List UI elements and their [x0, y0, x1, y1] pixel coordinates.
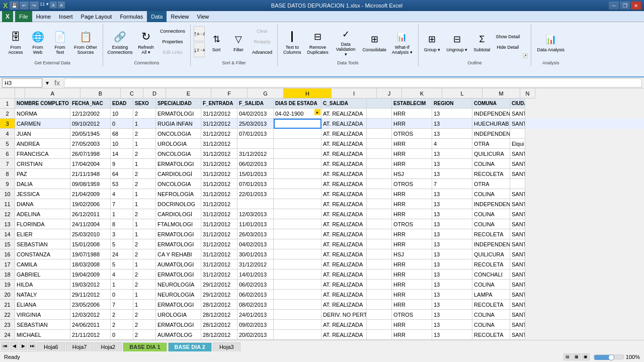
data-analysis-button[interactable]: 📊 Data Analysis	[534, 25, 567, 58]
row-18-num[interactable]: 18	[0, 269, 15, 280]
col-header-n[interactable]: N	[520, 88, 535, 99]
cell-g10[interactable]: 22/01/2013	[237, 189, 274, 199]
name-box-input[interactable]: H3	[2, 78, 42, 87]
cell-c15[interactable]: 5	[111, 239, 133, 249]
cell-e10[interactable]: NEFROLOGÍA	[156, 189, 201, 199]
cell-m1[interactable]: COMUNA	[472, 99, 510, 109]
cell-b15[interactable]: 15/01/2008	[70, 239, 111, 249]
cell-i9[interactable]: AT. REALIZADA	[321, 179, 367, 189]
col-header-k[interactable]: K	[402, 88, 442, 99]
cell-m7[interactable]: COLINA	[472, 159, 510, 169]
cell-f20[interactable]: 29/12/2012	[201, 290, 237, 300]
cell-h9[interactable]	[274, 179, 321, 189]
cell-n11[interactable]: SANTIAGO	[510, 199, 525, 209]
cell-n13[interactable]: SANTIAGO	[510, 219, 525, 229]
cell-l1[interactable]: REGION	[432, 99, 472, 109]
cell-g22[interactable]: 24/01/2013	[237, 310, 274, 320]
connections-button[interactable]: Connections	[158, 26, 187, 36]
cell-b4[interactable]: 20/05/1945	[70, 129, 111, 139]
cell-e2[interactable]: ERMATOLOGI	[156, 109, 201, 119]
cell-b5[interactable]: 27/05/2003	[70, 139, 111, 149]
cell-n15[interactable]: SANTIAGO	[510, 239, 525, 249]
col-header-g[interactable]: G	[248, 88, 284, 99]
cell-n2[interactable]: SANTIAGO	[510, 109, 525, 119]
cell-h18[interactable]	[274, 269, 321, 280]
sort-descending-button[interactable]: ↓Z→A	[194, 42, 205, 57]
consolidate-button[interactable]: ⊞ Consolidate	[361, 25, 388, 58]
cell-m6[interactable]: QUILICURA	[472, 149, 510, 159]
outline-expand-icon[interactable]: ↗	[523, 53, 528, 58]
cell-k15[interactable]: HRR	[392, 239, 432, 249]
cell-a4[interactable]: JUAN	[15, 129, 70, 139]
row-2-num[interactable]: 2	[0, 109, 15, 119]
cell-i17[interactable]: AT. REALIZADA	[321, 259, 367, 269]
cell-a17[interactable]: CAMILA	[15, 259, 70, 269]
sheet-tab-base-dia-2[interactable]: BASE DIA 2	[168, 342, 212, 351]
cell-e14[interactable]: ERMATOLOGI	[156, 229, 201, 239]
cell-c6[interactable]: 14	[111, 149, 133, 159]
cell-b9[interactable]: 09/08/1959	[70, 179, 111, 189]
cell-a19[interactable]: HILDA	[15, 280, 70, 290]
cell-f2[interactable]: 31/12/2012	[201, 109, 237, 119]
col-header-row-indicator[interactable]	[15, 88, 25, 99]
cell-d4[interactable]: 2	[133, 129, 156, 139]
menu-file[interactable]: File	[15, 11, 32, 22]
font-color-btn[interactable]: A	[50, 2, 57, 9]
cell-g11[interactable]	[237, 199, 274, 209]
cell-c4[interactable]: 68	[111, 129, 133, 139]
what-if-button[interactable]: 📊 What-IfAnalysis ▾	[389, 25, 415, 58]
cell-c24[interactable]: 0	[111, 330, 133, 340]
cell-k12[interactable]: HRR	[392, 209, 432, 219]
cell-c17[interactable]: 5	[111, 259, 133, 269]
cell-c12[interactable]: 1	[111, 209, 133, 219]
cell-i3[interactable]: AT. REALIZADA	[321, 119, 367, 129]
highlight-btn[interactable]: A	[58, 2, 65, 9]
cell-g1[interactable]: F_SALIDA	[237, 99, 274, 109]
cell-j24[interactable]	[367, 330, 392, 340]
cell-g14[interactable]: 26/03/2013	[237, 229, 274, 239]
row-4-num[interactable]: 4	[0, 129, 15, 139]
menu-insert[interactable]: Insert	[55, 11, 77, 22]
existing-connections-button[interactable]: 🔗 ExistingConnections	[106, 25, 134, 58]
cell-j7[interactable]	[367, 159, 392, 169]
cell-l17[interactable]: 13	[432, 259, 472, 269]
cell-b14[interactable]: 25/03/2010	[70, 229, 111, 239]
sort-ascending-button[interactable]: ↑A→Z	[194, 26, 205, 41]
cell-k14[interactable]: HRR	[392, 229, 432, 239]
cell-e21[interactable]: ERMATOLOGI	[156, 300, 201, 310]
cell-j18[interactable]	[367, 269, 392, 280]
subtotal-button[interactable]: Σ Subtotal	[471, 25, 493, 58]
cell-i14[interactable]: AT. REALIZADA	[321, 229, 367, 239]
cell-e19[interactable]: NEUROLOGÍA	[156, 280, 201, 290]
cell-m10[interactable]: COLINA	[472, 189, 510, 199]
cell-g16[interactable]: 30/01/2013	[237, 249, 274, 259]
row-7-num[interactable]: 7	[0, 159, 15, 169]
cell-e4[interactable]: ONCOLOGIA	[156, 129, 201, 139]
cell-e12[interactable]: CARDIOLOGÍ	[156, 209, 201, 219]
cell-j8[interactable]	[367, 169, 392, 179]
cell-j22[interactable]	[367, 310, 392, 320]
remove-duplicates-button[interactable]: ⊟ RemoveDuplicates	[305, 25, 331, 58]
cell-a20[interactable]: NATALY	[15, 290, 70, 300]
quick-access-undo[interactable]: ↩	[20, 2, 29, 10]
from-access-button[interactable]: 🗄 FromAccess	[5, 25, 26, 58]
cell-i15[interactable]: AT. REALIZADA	[321, 239, 367, 249]
cell-c16[interactable]: 24	[111, 249, 133, 259]
cell-d9[interactable]: 2	[133, 179, 156, 189]
cell-a14[interactable]: ELIER	[15, 229, 70, 239]
cell-k8[interactable]: HSJ	[392, 169, 432, 179]
cell-i10[interactable]: AT. REALIZADA	[321, 189, 367, 199]
cell-j4[interactable]	[367, 129, 392, 139]
sheet-next-button[interactable]: ▶	[19, 342, 27, 350]
cell-h1[interactable]: DIAS DE ESTADA	[274, 99, 321, 109]
cell-c9[interactable]: 53	[111, 179, 133, 189]
cell-l22[interactable]: 13	[432, 310, 472, 320]
cell-m16[interactable]: QUILICURA	[472, 249, 510, 259]
cell-f4[interactable]: 31/12/2012	[201, 129, 237, 139]
cell-h10[interactable]	[274, 189, 321, 199]
cell-f10[interactable]: 31/12/2012	[201, 189, 237, 199]
cell-a5[interactable]: ANDREA	[15, 139, 70, 149]
cell-b3[interactable]: 09/10/2012	[70, 119, 111, 129]
menu-review[interactable]: Review	[167, 11, 193, 22]
cell-c23[interactable]: 2	[111, 320, 133, 330]
